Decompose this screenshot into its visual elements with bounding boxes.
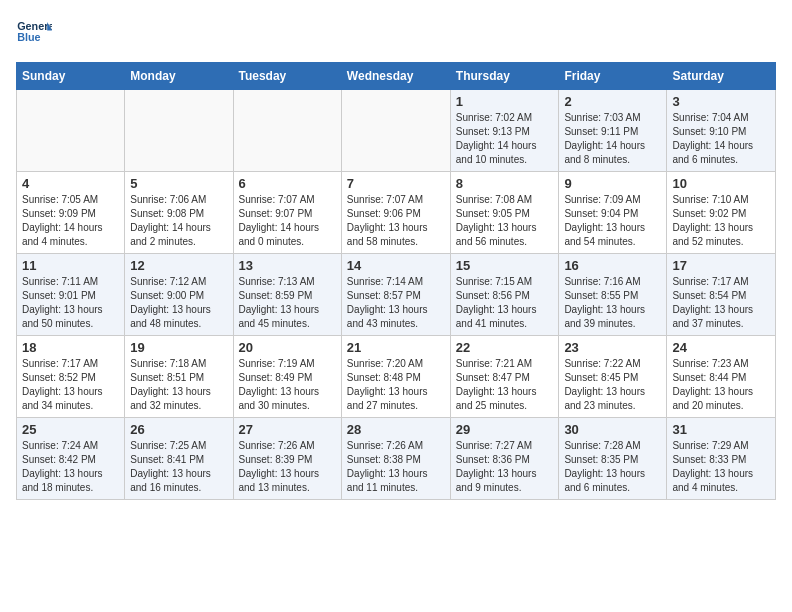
header: General Blue — [16, 16, 776, 52]
calendar-cell: 7Sunrise: 7:07 AM Sunset: 9:06 PM Daylig… — [341, 172, 450, 254]
day-info: Sunrise: 7:26 AM Sunset: 8:39 PM Dayligh… — [239, 439, 336, 495]
calendar-week-row: 4Sunrise: 7:05 AM Sunset: 9:09 PM Daylig… — [17, 172, 776, 254]
day-number: 21 — [347, 340, 445, 355]
calendar-cell: 30Sunrise: 7:28 AM Sunset: 8:35 PM Dayli… — [559, 418, 667, 500]
day-info: Sunrise: 7:05 AM Sunset: 9:09 PM Dayligh… — [22, 193, 119, 249]
calendar-cell: 18Sunrise: 7:17 AM Sunset: 8:52 PM Dayli… — [17, 336, 125, 418]
calendar-cell: 4Sunrise: 7:05 AM Sunset: 9:09 PM Daylig… — [17, 172, 125, 254]
day-info: Sunrise: 7:07 AM Sunset: 9:06 PM Dayligh… — [347, 193, 445, 249]
calendar-table: SundayMondayTuesdayWednesdayThursdayFrid… — [16, 62, 776, 500]
day-number: 15 — [456, 258, 554, 273]
day-number: 4 — [22, 176, 119, 191]
day-info: Sunrise: 7:02 AM Sunset: 9:13 PM Dayligh… — [456, 111, 554, 167]
svg-text:General: General — [17, 20, 52, 32]
day-number: 2 — [564, 94, 661, 109]
calendar-cell — [125, 90, 233, 172]
calendar-cell: 8Sunrise: 7:08 AM Sunset: 9:05 PM Daylig… — [450, 172, 559, 254]
calendar-cell: 6Sunrise: 7:07 AM Sunset: 9:07 PM Daylig… — [233, 172, 341, 254]
day-number: 6 — [239, 176, 336, 191]
day-info: Sunrise: 7:19 AM Sunset: 8:49 PM Dayligh… — [239, 357, 336, 413]
calendar-cell: 25Sunrise: 7:24 AM Sunset: 8:42 PM Dayli… — [17, 418, 125, 500]
day-number: 1 — [456, 94, 554, 109]
day-number: 19 — [130, 340, 227, 355]
calendar-week-row: 18Sunrise: 7:17 AM Sunset: 8:52 PM Dayli… — [17, 336, 776, 418]
calendar-cell: 22Sunrise: 7:21 AM Sunset: 8:47 PM Dayli… — [450, 336, 559, 418]
calendar-cell: 20Sunrise: 7:19 AM Sunset: 8:49 PM Dayli… — [233, 336, 341, 418]
day-info: Sunrise: 7:22 AM Sunset: 8:45 PM Dayligh… — [564, 357, 661, 413]
calendar-cell: 24Sunrise: 7:23 AM Sunset: 8:44 PM Dayli… — [667, 336, 776, 418]
calendar-week-row: 11Sunrise: 7:11 AM Sunset: 9:01 PM Dayli… — [17, 254, 776, 336]
day-number: 3 — [672, 94, 770, 109]
day-info: Sunrise: 7:25 AM Sunset: 8:41 PM Dayligh… — [130, 439, 227, 495]
day-number: 28 — [347, 422, 445, 437]
calendar-cell: 27Sunrise: 7:26 AM Sunset: 8:39 PM Dayli… — [233, 418, 341, 500]
day-info: Sunrise: 7:16 AM Sunset: 8:55 PM Dayligh… — [564, 275, 661, 331]
calendar-cell: 17Sunrise: 7:17 AM Sunset: 8:54 PM Dayli… — [667, 254, 776, 336]
calendar-cell: 26Sunrise: 7:25 AM Sunset: 8:41 PM Dayli… — [125, 418, 233, 500]
day-info: Sunrise: 7:17 AM Sunset: 8:54 PM Dayligh… — [672, 275, 770, 331]
day-info: Sunrise: 7:04 AM Sunset: 9:10 PM Dayligh… — [672, 111, 770, 167]
calendar-week-row: 1Sunrise: 7:02 AM Sunset: 9:13 PM Daylig… — [17, 90, 776, 172]
column-header-monday: Monday — [125, 63, 233, 90]
day-number: 5 — [130, 176, 227, 191]
calendar-week-row: 25Sunrise: 7:24 AM Sunset: 8:42 PM Dayli… — [17, 418, 776, 500]
column-header-wednesday: Wednesday — [341, 63, 450, 90]
calendar-cell — [233, 90, 341, 172]
logo-icon: General Blue — [16, 16, 52, 52]
day-info: Sunrise: 7:12 AM Sunset: 9:00 PM Dayligh… — [130, 275, 227, 331]
calendar-cell: 16Sunrise: 7:16 AM Sunset: 8:55 PM Dayli… — [559, 254, 667, 336]
column-header-tuesday: Tuesday — [233, 63, 341, 90]
day-number: 9 — [564, 176, 661, 191]
day-number: 11 — [22, 258, 119, 273]
day-info: Sunrise: 7:28 AM Sunset: 8:35 PM Dayligh… — [564, 439, 661, 495]
calendar-cell — [341, 90, 450, 172]
day-number: 25 — [22, 422, 119, 437]
calendar-cell: 1Sunrise: 7:02 AM Sunset: 9:13 PM Daylig… — [450, 90, 559, 172]
column-header-saturday: Saturday — [667, 63, 776, 90]
calendar-cell: 13Sunrise: 7:13 AM Sunset: 8:59 PM Dayli… — [233, 254, 341, 336]
day-number: 14 — [347, 258, 445, 273]
calendar-cell: 31Sunrise: 7:29 AM Sunset: 8:33 PM Dayli… — [667, 418, 776, 500]
day-info: Sunrise: 7:21 AM Sunset: 8:47 PM Dayligh… — [456, 357, 554, 413]
day-number: 8 — [456, 176, 554, 191]
calendar-cell: 15Sunrise: 7:15 AM Sunset: 8:56 PM Dayli… — [450, 254, 559, 336]
calendar-header-row: SundayMondayTuesdayWednesdayThursdayFrid… — [17, 63, 776, 90]
day-number: 26 — [130, 422, 227, 437]
day-number: 10 — [672, 176, 770, 191]
day-number: 18 — [22, 340, 119, 355]
day-number: 30 — [564, 422, 661, 437]
day-info: Sunrise: 7:07 AM Sunset: 9:07 PM Dayligh… — [239, 193, 336, 249]
day-number: 17 — [672, 258, 770, 273]
calendar-cell: 10Sunrise: 7:10 AM Sunset: 9:02 PM Dayli… — [667, 172, 776, 254]
day-number: 24 — [672, 340, 770, 355]
day-info: Sunrise: 7:24 AM Sunset: 8:42 PM Dayligh… — [22, 439, 119, 495]
column-header-sunday: Sunday — [17, 63, 125, 90]
calendar-cell: 19Sunrise: 7:18 AM Sunset: 8:51 PM Dayli… — [125, 336, 233, 418]
svg-text:Blue: Blue — [17, 31, 40, 43]
calendar-cell: 9Sunrise: 7:09 AM Sunset: 9:04 PM Daylig… — [559, 172, 667, 254]
day-info: Sunrise: 7:11 AM Sunset: 9:01 PM Dayligh… — [22, 275, 119, 331]
day-info: Sunrise: 7:03 AM Sunset: 9:11 PM Dayligh… — [564, 111, 661, 167]
day-info: Sunrise: 7:15 AM Sunset: 8:56 PM Dayligh… — [456, 275, 554, 331]
day-info: Sunrise: 7:20 AM Sunset: 8:48 PM Dayligh… — [347, 357, 445, 413]
day-info: Sunrise: 7:17 AM Sunset: 8:52 PM Dayligh… — [22, 357, 119, 413]
day-info: Sunrise: 7:10 AM Sunset: 9:02 PM Dayligh… — [672, 193, 770, 249]
day-info: Sunrise: 7:08 AM Sunset: 9:05 PM Dayligh… — [456, 193, 554, 249]
day-info: Sunrise: 7:18 AM Sunset: 8:51 PM Dayligh… — [130, 357, 227, 413]
day-number: 7 — [347, 176, 445, 191]
calendar-cell: 23Sunrise: 7:22 AM Sunset: 8:45 PM Dayli… — [559, 336, 667, 418]
calendar-cell: 5Sunrise: 7:06 AM Sunset: 9:08 PM Daylig… — [125, 172, 233, 254]
day-number: 22 — [456, 340, 554, 355]
day-number: 13 — [239, 258, 336, 273]
day-number: 29 — [456, 422, 554, 437]
calendar-cell: 28Sunrise: 7:26 AM Sunset: 8:38 PM Dayli… — [341, 418, 450, 500]
calendar-cell: 14Sunrise: 7:14 AM Sunset: 8:57 PM Dayli… — [341, 254, 450, 336]
day-number: 23 — [564, 340, 661, 355]
calendar-cell: 21Sunrise: 7:20 AM Sunset: 8:48 PM Dayli… — [341, 336, 450, 418]
calendar-cell: 12Sunrise: 7:12 AM Sunset: 9:00 PM Dayli… — [125, 254, 233, 336]
day-number: 16 — [564, 258, 661, 273]
day-number: 27 — [239, 422, 336, 437]
calendar-cell: 29Sunrise: 7:27 AM Sunset: 8:36 PM Dayli… — [450, 418, 559, 500]
column-header-thursday: Thursday — [450, 63, 559, 90]
day-info: Sunrise: 7:29 AM Sunset: 8:33 PM Dayligh… — [672, 439, 770, 495]
